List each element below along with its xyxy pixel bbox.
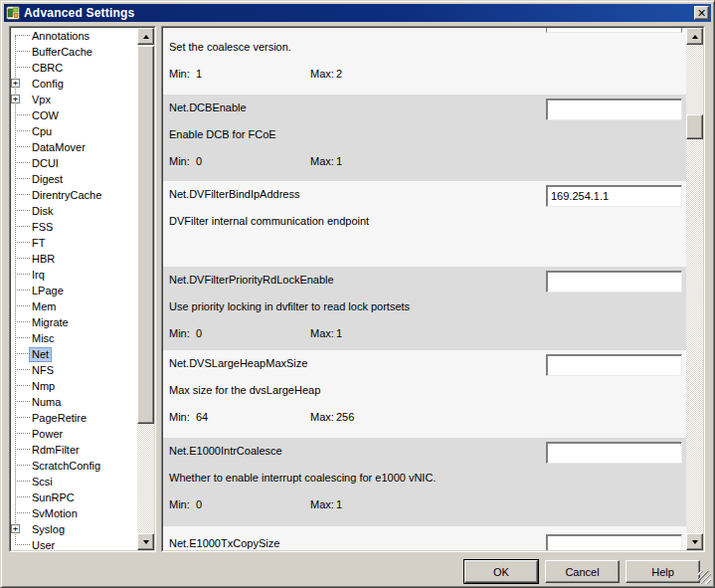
tree-item-label: Scsi xyxy=(29,475,56,490)
setting-value-input[interactable] xyxy=(546,442,682,464)
tree-connector xyxy=(15,51,30,52)
tree-connector xyxy=(15,449,30,450)
setting-input-partial[interactable] xyxy=(546,28,682,33)
titlebar[interactable]: Advanced Settings ✕ xyxy=(4,4,711,22)
tree-item-label: LPage xyxy=(29,284,67,298)
tree-item-svmotion[interactable]: SvMotion xyxy=(11,505,137,521)
tree-item-label: Vpx xyxy=(29,93,54,107)
setting-description: Use priority locking in dvfilter to read… xyxy=(169,300,410,312)
help-button[interactable]: Help xyxy=(626,560,700,583)
tree-item-ft[interactable]: FT xyxy=(11,235,137,251)
advanced-settings-dialog: Advanced Settings ✕ AnnotationsBufferCac… xyxy=(0,0,715,588)
tree-item-user[interactable]: User xyxy=(11,537,137,550)
tree-item-scsi[interactable]: Scsi xyxy=(11,474,137,490)
tree-connector xyxy=(15,369,30,370)
setting-section-net-e1000txcopysize: Net.E1000TxCopySize xyxy=(163,526,686,550)
scroll-down-icon xyxy=(692,540,698,544)
max-label: Max: xyxy=(310,68,334,80)
tree-item-digest[interactable]: Digest xyxy=(11,171,137,187)
tree-item-label: Digest xyxy=(29,172,66,187)
max-label: Max: xyxy=(310,498,334,510)
tree-item-config[interactable]: +Config xyxy=(11,76,137,92)
setting-section-net-e1000intrcoalesce: Net.E1000IntrCoalesceWhether to enable i… xyxy=(163,438,686,526)
setting-section-net-dvslargeheapmaxsize: Net.DVSLargeHeapMaxSizeMax size for the … xyxy=(163,350,686,438)
window-title: Advanced Settings xyxy=(24,6,134,20)
tree-item-pageretire[interactable]: PageRetire xyxy=(11,410,137,426)
tree-item-label: Numa xyxy=(29,395,64,410)
tree-connector xyxy=(15,481,30,482)
setting-value-input[interactable] xyxy=(546,534,682,550)
tree-item-direntrycache[interactable]: DirentryCache xyxy=(11,187,137,203)
tree-item-rdmfilter[interactable]: RdmFilter xyxy=(11,442,137,458)
tree-connector xyxy=(15,178,30,179)
tree-item-irq[interactable]: Irq xyxy=(11,267,137,283)
tree-item-misc[interactable]: Misc xyxy=(11,330,137,346)
content-scrollbar[interactable] xyxy=(686,28,703,550)
tree-item-label: COW xyxy=(29,108,62,123)
content-scrollbar-thumb[interactable] xyxy=(686,114,703,139)
tree-item-numa[interactable]: Numa xyxy=(11,394,137,410)
tree-item-datamover[interactable]: DataMover xyxy=(11,139,137,155)
expand-plus-icon[interactable]: + xyxy=(11,524,20,533)
tree-item-annotations[interactable]: Annotations xyxy=(11,28,137,44)
scroll-up-icon xyxy=(143,35,149,39)
tree-item-label: Irq xyxy=(29,268,48,283)
setting-value-input[interactable] xyxy=(546,354,682,376)
tree-item-label: DCUI xyxy=(29,156,62,171)
setting-value-input[interactable] xyxy=(546,185,682,207)
close-button[interactable]: ✕ xyxy=(694,6,709,20)
tree-item-net[interactable]: Net xyxy=(11,346,137,362)
tree-item-label: CBRC xyxy=(29,61,66,76)
ok-button[interactable]: OK xyxy=(464,560,538,583)
tree-item-dcui[interactable]: DCUI xyxy=(11,155,137,171)
settings-panel: Set the coalesce version.Min:1Max:2Net.D… xyxy=(161,26,705,552)
tree-scrollbar[interactable] xyxy=(137,28,154,550)
tree-scroll-down-button[interactable] xyxy=(137,533,154,550)
content-scrollbar-track[interactable] xyxy=(686,45,703,533)
tree-item-mem[interactable]: Mem xyxy=(11,298,137,314)
setting-section-net-dvfilterpriorityrdlockenable: Net.DVFilterPriorityRdLockEnableUse prio… xyxy=(163,267,686,350)
tree-connector xyxy=(15,274,30,275)
resize-grip-icon[interactable] xyxy=(698,571,711,584)
max-label: Max: xyxy=(310,411,334,423)
tree-item-cpu[interactable]: Cpu xyxy=(11,123,137,139)
tree-item-label: BufferCache xyxy=(29,45,95,60)
tree-item-nfs[interactable]: NFS xyxy=(11,362,137,378)
tree-item-label: SvMotion xyxy=(29,506,81,521)
setting-value-input[interactable] xyxy=(546,271,682,293)
tree-connector xyxy=(15,305,30,306)
tree-item-hbr[interactable]: HBR xyxy=(11,251,137,267)
tree-scrollbar-thumb[interactable] xyxy=(137,46,154,424)
tree-item-fss[interactable]: FSS xyxy=(11,219,137,235)
tree-item-lpage[interactable]: LPage xyxy=(11,283,137,298)
tree-connector xyxy=(15,544,30,545)
tree-item-nmp[interactable]: Nmp xyxy=(11,378,137,394)
tree-item-label: PageRetire xyxy=(29,411,89,426)
tree-item-scratchconfig[interactable]: ScratchConfig xyxy=(11,458,137,474)
setting-description: Enable DCB for FCoE xyxy=(169,128,276,140)
content-scroll-up-button[interactable] xyxy=(686,28,703,45)
tree-item-migrate[interactable]: Migrate xyxy=(11,314,137,330)
tree-item-cow[interactable]: COW xyxy=(11,107,137,123)
setting-value-input[interactable] xyxy=(546,98,682,120)
tree-scrollbar-track[interactable] xyxy=(137,45,154,533)
tree-item-cbrc[interactable]: CBRC xyxy=(11,60,137,76)
expand-plus-icon[interactable]: + xyxy=(11,79,20,88)
setting-name: Net.DVFilterPriorityRdLockEnable xyxy=(169,274,334,286)
content-scroll-down-button[interactable] xyxy=(686,533,703,550)
tree-connector xyxy=(15,130,30,131)
tree-item-buffercache[interactable]: BufferCache xyxy=(11,44,137,60)
tree-item-sunrpc[interactable]: SunRPC xyxy=(11,490,137,505)
tree-connector xyxy=(15,337,30,338)
tree-connector xyxy=(15,290,30,291)
cancel-button[interactable]: Cancel xyxy=(545,560,620,583)
tree-item-label: Config xyxy=(29,77,67,92)
tree-item-disk[interactable]: Disk xyxy=(11,203,137,219)
tree-item-label: Cpu xyxy=(29,124,55,139)
expand-plus-icon[interactable]: + xyxy=(11,95,20,103)
tree-item-syslog[interactable]: +Syslog xyxy=(11,521,137,537)
tree-item-vpx[interactable]: +Vpx xyxy=(11,92,137,107)
tree-item-power[interactable]: Power xyxy=(11,426,137,442)
setting-description: DVFilter internal communication endpoint xyxy=(169,215,369,227)
tree-scroll-up-button[interactable] xyxy=(137,28,154,45)
